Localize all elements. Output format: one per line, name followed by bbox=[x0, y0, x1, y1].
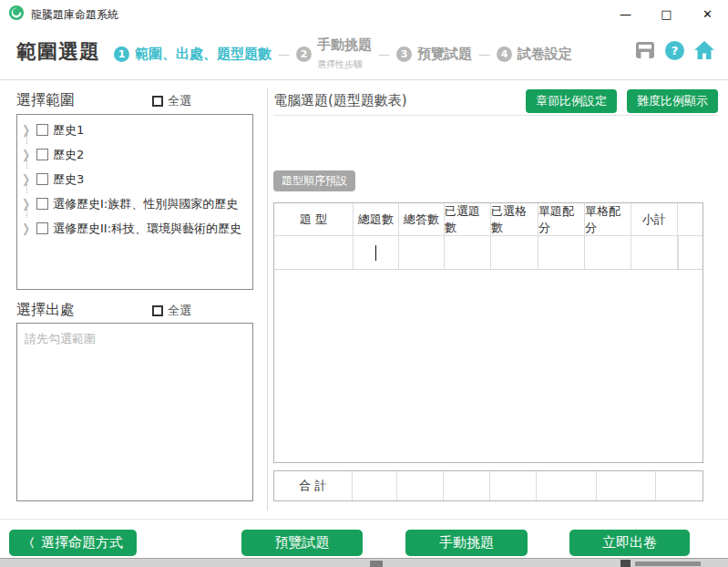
col-header-subtotal: 小計 bbox=[631, 203, 678, 235]
table-cell[interactable] bbox=[445, 236, 491, 269]
range-select-all[interactable]: 全選 bbox=[152, 93, 191, 109]
panel-divider bbox=[267, 88, 268, 510]
tree-item-elective2[interactable]: ❯ 選修歷史II:科技、環境與藝術的歷史 bbox=[22, 216, 252, 241]
table-cell[interactable] bbox=[274, 236, 354, 269]
text-caret bbox=[375, 245, 376, 261]
title-bar: 龍騰題庫命題系統 — □ ✕ bbox=[0, 0, 728, 27]
tree-item-history1[interactable]: ❯ 歷史1 bbox=[22, 118, 252, 142]
step-indicator: 1 範圍、出處、題型題數 — 2 手動挑題 選擇性步驟 — 3 預覽試題 — 4… bbox=[114, 27, 572, 80]
main-divider bbox=[273, 115, 718, 116]
step-connector: — bbox=[478, 47, 490, 61]
table-total-row: 合 計 bbox=[273, 470, 703, 501]
expand-arrow-icon[interactable]: ❯ bbox=[22, 172, 32, 187]
range-tree: ❯ 歷史1 ❯ 歷史2 ❯ 歷史3 ❯ 選修歷史I:族群、性別與國家的歷史 ❯ … bbox=[16, 114, 253, 290]
step-connector: — bbox=[378, 47, 390, 61]
step-3[interactable]: 3 預覽試題 bbox=[396, 46, 472, 63]
step-3-label: 預覽試題 bbox=[417, 46, 472, 63]
col-header-type: 題 型 bbox=[274, 203, 354, 235]
tree-item-history2[interactable]: ❯ 歷史2 bbox=[22, 142, 252, 167]
source-placeholder: 請先勾選範圍 bbox=[25, 332, 96, 345]
table-row bbox=[274, 236, 702, 270]
back-to-method-button[interactable]: 〈 選擇命題方式 bbox=[9, 530, 137, 556]
total-label: 合 計 bbox=[274, 471, 353, 500]
background-window-fragment bbox=[635, 562, 701, 566]
main-title: 電腦選題(題型題數表) bbox=[273, 92, 407, 109]
step-connector: — bbox=[278, 47, 290, 61]
tree-checkbox[interactable] bbox=[36, 124, 48, 136]
table-cell[interactable] bbox=[538, 236, 585, 269]
col-header-points-per-blank: 單格配分 bbox=[585, 203, 631, 235]
expand-arrow-icon[interactable]: ❯ bbox=[22, 197, 32, 211]
col-header-extra bbox=[678, 203, 702, 235]
tree-item-elective1[interactable]: ❯ 選修歷史I:族群、性別與國家的歷史 bbox=[22, 191, 252, 216]
total-cell bbox=[490, 471, 537, 500]
maximize-button[interactable]: □ bbox=[646, 0, 687, 27]
background-window-fragment bbox=[370, 561, 383, 567]
table-cell-focused[interactable] bbox=[354, 236, 399, 269]
difficulty-ratio-button[interactable]: 難度比例顯示 bbox=[627, 89, 718, 113]
step-4[interactable]: 4 試卷設定 bbox=[497, 46, 572, 63]
expand-arrow-icon[interactable]: ❯ bbox=[22, 123, 32, 138]
help-icon[interactable]: ? bbox=[665, 41, 684, 60]
table-header-row: 題 型 總題數 總答數 已選題數 已選格數 單題配分 單格配分 小計 bbox=[274, 203, 702, 236]
step-4-label: 試卷設定 bbox=[518, 46, 572, 63]
preview-exam-button[interactable]: 預覽試題 bbox=[241, 530, 363, 556]
total-cell bbox=[353, 471, 397, 500]
col-header-total-answers: 總答數 bbox=[399, 203, 445, 235]
table-cell[interactable] bbox=[631, 236, 678, 269]
header: 範圍選題 1 範圍、出處、題型題數 — 2 手動挑題 選擇性步驟 — 3 預覽試… bbox=[0, 27, 728, 80]
home-icon[interactable] bbox=[693, 39, 715, 61]
tree-checkbox[interactable] bbox=[36, 222, 48, 234]
question-type-table: 題 型 總題數 總答數 已選題數 已選格數 單題配分 單格配分 小計 bbox=[273, 202, 703, 463]
tree-checkbox[interactable] bbox=[36, 198, 48, 210]
save-icon[interactable] bbox=[634, 39, 656, 61]
expand-arrow-icon[interactable]: ❯ bbox=[22, 148, 32, 162]
source-section-title: 選擇出處 bbox=[16, 301, 75, 320]
tree-item-history3[interactable]: ❯ 歷史3 bbox=[22, 167, 252, 191]
total-cell bbox=[597, 471, 656, 500]
step-2[interactable]: 2 手動挑題 選擇性步驟 bbox=[296, 36, 372, 71]
step-1-circle: 1 bbox=[114, 46, 129, 62]
source-select-all[interactable]: 全選 bbox=[152, 303, 191, 319]
background-window-fragment bbox=[620, 560, 631, 567]
table-cell[interactable] bbox=[585, 236, 631, 269]
source-select-all-label: 全選 bbox=[168, 303, 191, 319]
step-4-circle: 4 bbox=[497, 46, 512, 62]
step-1-label: 範圍、出處、題型題數 bbox=[135, 46, 272, 63]
total-cell bbox=[537, 471, 597, 500]
step-1[interactable]: 1 範圍、出處、題型題數 bbox=[114, 46, 272, 63]
tree-checkbox[interactable] bbox=[36, 173, 48, 185]
page-title: 範圍選題 bbox=[16, 38, 100, 66]
chevron-left-icon: 〈 bbox=[23, 535, 35, 552]
manual-pick-button[interactable]: 手動挑題 bbox=[405, 530, 528, 556]
col-header-selected-questions: 已選題數 bbox=[445, 203, 491, 235]
generate-exam-button[interactable]: 立即出卷 bbox=[569, 530, 690, 556]
table-cell[interactable] bbox=[399, 236, 445, 269]
total-cell bbox=[397, 471, 444, 500]
app-title: 龍騰題庫命題系統 bbox=[31, 7, 118, 23]
background-window-edge bbox=[0, 558, 728, 567]
app-logo-icon bbox=[8, 5, 25, 21]
col-header-total-questions: 總題數 bbox=[354, 203, 399, 235]
range-select-all-label: 全選 bbox=[168, 93, 191, 109]
total-cell bbox=[656, 471, 702, 500]
table-cell[interactable] bbox=[491, 236, 538, 269]
col-header-selected-blanks: 已選格數 bbox=[491, 203, 538, 235]
step-2-circle: 2 bbox=[296, 46, 312, 62]
range-section-title: 選擇範圍 bbox=[16, 91, 75, 110]
expand-arrow-icon[interactable]: ❯ bbox=[22, 222, 32, 236]
source-select-all-checkbox[interactable] bbox=[152, 305, 163, 316]
col-header-points-per-question: 單題配分 bbox=[538, 203, 585, 235]
range-select-all-checkbox[interactable] bbox=[152, 96, 163, 107]
step-2-label: 手動挑題 bbox=[317, 36, 372, 54]
close-button[interactable]: ✕ bbox=[687, 0, 728, 27]
app-window: 龍騰題庫命題系統 — □ ✕ 範圍選題 1 範圍、出處、題型題數 — 2 手動挑… bbox=[0, 0, 728, 567]
source-list[interactable]: 請先勾選範圍 bbox=[16, 323, 253, 501]
minimize-button[interactable]: — bbox=[605, 0, 646, 27]
chapter-ratio-button[interactable]: 章節比例設定 bbox=[526, 89, 617, 113]
step-3-circle: 3 bbox=[396, 46, 412, 62]
tree-checkbox[interactable] bbox=[36, 149, 48, 160]
window-controls: — □ ✕ bbox=[605, 0, 728, 27]
table-cell[interactable] bbox=[678, 236, 679, 269]
type-order-badge[interactable]: 題型順序預設 bbox=[273, 170, 355, 191]
